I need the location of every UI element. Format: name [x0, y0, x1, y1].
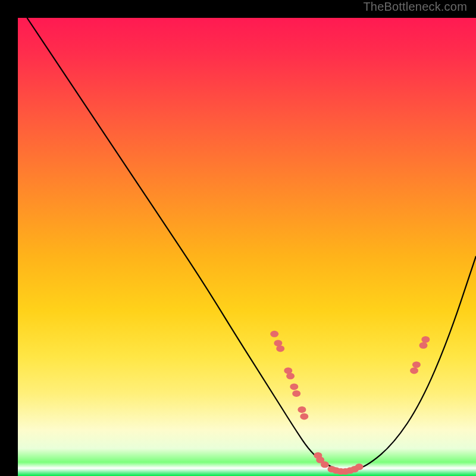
data-marker — [419, 342, 428, 349]
watermark-text: TheBottleneck.com — [363, 0, 467, 14]
data-marker — [290, 383, 298, 390]
data-marker — [421, 336, 430, 343]
chart-svg — [18, 18, 476, 476]
data-marker — [412, 361, 421, 368]
data-marker — [410, 367, 418, 374]
data-marker — [276, 345, 284, 352]
data-marker — [286, 373, 295, 380]
data-marker — [300, 413, 308, 419]
data-marker — [321, 461, 329, 468]
data-marker — [270, 331, 278, 337]
chart-frame — [9, 9, 467, 467]
data-marker — [355, 464, 364, 470]
plot-area — [18, 18, 476, 476]
bottleneck-curve — [27, 18, 476, 470]
data-markers — [270, 331, 430, 475]
data-marker — [298, 406, 306, 413]
data-marker — [292, 390, 300, 397]
